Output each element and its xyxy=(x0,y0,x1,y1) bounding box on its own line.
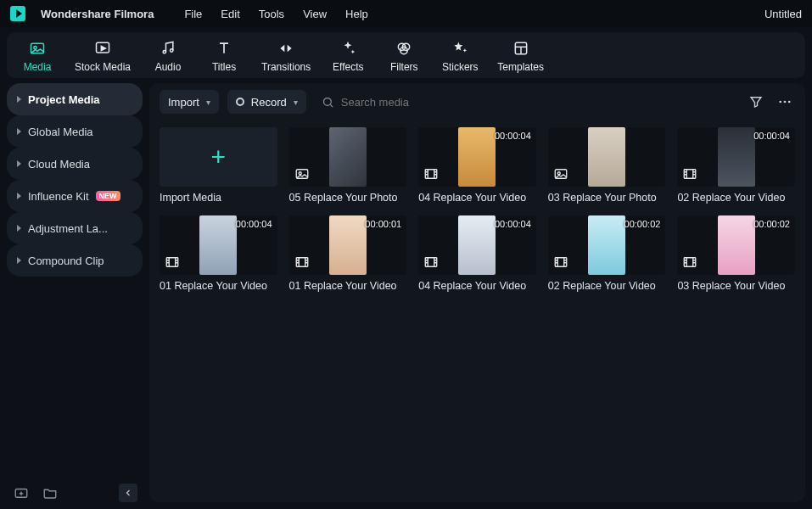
tool-media[interactable]: Media xyxy=(19,39,56,73)
duration-label: 00:00:04 xyxy=(495,131,531,141)
sidebar-item-label: Project Media xyxy=(28,93,100,106)
import-dropdown[interactable]: Import ▾ xyxy=(160,90,219,114)
thumbnail-image xyxy=(588,127,625,187)
content-panel: Import ▾ Record ▾ +Import Media05 Replac… xyxy=(149,83,805,502)
search-input[interactable] xyxy=(341,96,731,109)
media-tile[interactable]: 00:00:0402 Replace Your Video xyxy=(677,127,795,204)
svg-point-30 xyxy=(557,172,560,175)
project-name: Untitled xyxy=(764,8,802,20)
caret-right-icon xyxy=(17,128,21,135)
tile-label: Import Media xyxy=(160,192,277,204)
tool-label: Stock Media xyxy=(75,61,131,73)
media-tile[interactable]: 00:00:0401 Replace Your Video xyxy=(160,215,277,292)
media-tile[interactable]: +Import Media xyxy=(160,127,277,204)
menu-file[interactable]: File xyxy=(184,8,202,20)
svg-rect-45 xyxy=(296,258,308,267)
effects-icon xyxy=(337,39,359,58)
tool-stock-media[interactable]: Stock Media xyxy=(75,39,131,73)
record-dot-icon xyxy=(236,98,244,106)
sidebar-item-cloud-media[interactable]: Cloud Media xyxy=(7,148,143,180)
search-box[interactable] xyxy=(315,90,737,114)
import-tile[interactable]: + xyxy=(160,127,277,187)
sidebar-footer xyxy=(7,478,143,502)
thumbnail[interactable]: 00:00:01 xyxy=(289,215,407,275)
thumbnail-image xyxy=(588,215,625,275)
caret-right-icon xyxy=(17,225,21,232)
sidebar-item-label: Global Media xyxy=(28,126,93,138)
thumbnail[interactable] xyxy=(289,127,407,187)
folder-icon[interactable] xyxy=(41,484,59,502)
media-icon xyxy=(26,39,48,58)
media-tile[interactable]: 00:00:0404 Replace Your Video xyxy=(418,127,536,204)
tool-effects[interactable]: Effects xyxy=(329,39,367,73)
filter-icon[interactable] xyxy=(746,92,766,112)
tile-label: 03 Replace Your Video xyxy=(677,280,795,292)
new-folder-icon[interactable] xyxy=(12,484,31,502)
thumbnail-image xyxy=(718,127,755,187)
app-logo-icon xyxy=(10,6,25,21)
tile-label: 03 Replace Your Photo xyxy=(548,192,666,204)
tool-filters[interactable]: Filters xyxy=(385,39,423,73)
new-badge: NEW xyxy=(96,191,120,201)
sidebar-item-influence-kit[interactable]: Influence KitNEW xyxy=(7,180,143,212)
sidebar-item-project-media[interactable]: Project Media xyxy=(7,83,143,115)
tile-label: 05 Replace Your Photo xyxy=(289,192,407,204)
media-tile[interactable]: 03 Replace Your Photo xyxy=(548,127,666,204)
thumbnail[interactable]: 00:00:04 xyxy=(418,215,536,275)
media-tile[interactable]: 00:00:0404 Replace Your Video xyxy=(418,215,536,292)
thumbnail-image xyxy=(458,127,496,187)
more-icon[interactable] xyxy=(775,92,795,112)
media-tile[interactable]: 05 Replace Your Photo xyxy=(289,127,407,204)
menu-edit[interactable]: Edit xyxy=(221,8,239,20)
menu-tools[interactable]: Tools xyxy=(259,8,284,20)
svg-marker-3 xyxy=(101,47,105,51)
duration-label: 00:00:02 xyxy=(624,219,661,229)
media-tile[interactable]: 00:00:0101 Replace Your Video xyxy=(289,215,407,292)
thumbnail[interactable]: 00:00:04 xyxy=(677,127,795,187)
svg-point-21 xyxy=(299,172,301,175)
svg-point-4 xyxy=(163,51,165,53)
tool-audio[interactable]: Audio xyxy=(149,39,187,73)
tool-stickers[interactable]: Stickers xyxy=(441,39,479,73)
titlebar: Wondershare Filmora FileEditToolsViewHel… xyxy=(0,0,812,27)
tool-transitions[interactable]: Transitions xyxy=(261,39,311,73)
tile-label: 02 Replace Your Video xyxy=(548,280,666,292)
media-tile[interactable]: 00:00:0203 Replace Your Video xyxy=(677,215,795,292)
media-tile[interactable]: 00:00:0202 Replace Your Video xyxy=(548,215,666,292)
tool-templates[interactable]: Templates xyxy=(497,39,544,73)
record-dropdown[interactable]: Record ▾ xyxy=(227,90,306,114)
svg-point-19 xyxy=(788,101,791,103)
svg-rect-52 xyxy=(425,258,437,267)
tool-label: Stickers xyxy=(442,61,479,73)
video-type-icon xyxy=(682,255,697,270)
thumbnail[interactable]: 00:00:04 xyxy=(160,215,277,275)
main-area: Project MediaGlobal MediaCloud MediaInfl… xyxy=(7,83,805,502)
sidebar-item-adjustment-la-[interactable]: Adjustment La... xyxy=(7,212,143,244)
video-type-icon xyxy=(423,255,439,270)
svg-point-18 xyxy=(784,101,787,103)
collapse-sidebar-button[interactable] xyxy=(119,484,137,502)
video-type-icon xyxy=(423,166,439,182)
tool-label: Media xyxy=(24,61,52,73)
svg-rect-59 xyxy=(555,258,567,267)
menu-help[interactable]: Help xyxy=(345,8,368,20)
audio-icon xyxy=(157,39,179,58)
tile-label: 04 Replace Your Video xyxy=(418,280,536,292)
svg-rect-66 xyxy=(685,258,697,267)
duration-label: 00:00:04 xyxy=(495,219,531,229)
sidebar-item-global-media[interactable]: Global Media xyxy=(7,115,143,148)
menu-view[interactable]: View xyxy=(303,8,327,20)
svg-point-15 xyxy=(323,98,331,105)
thumbnail[interactable]: 00:00:02 xyxy=(677,215,795,275)
sidebar-item-label: Influence Kit xyxy=(28,190,89,203)
content-toolbar: Import ▾ Record ▾ xyxy=(149,83,805,120)
duration-label: 00:00:02 xyxy=(753,219,790,229)
duration-label: 00:00:01 xyxy=(365,219,401,229)
thumbnail[interactable]: 00:00:04 xyxy=(418,127,536,187)
sidebar-item-compound-clip[interactable]: Compound Clip xyxy=(7,244,143,277)
thumbnail[interactable]: 00:00:02 xyxy=(548,215,666,275)
video-type-icon xyxy=(553,255,568,270)
tool-titles[interactable]: Titles xyxy=(205,39,243,73)
thumbnail[interactable] xyxy=(548,127,666,187)
caret-right-icon xyxy=(17,193,21,199)
